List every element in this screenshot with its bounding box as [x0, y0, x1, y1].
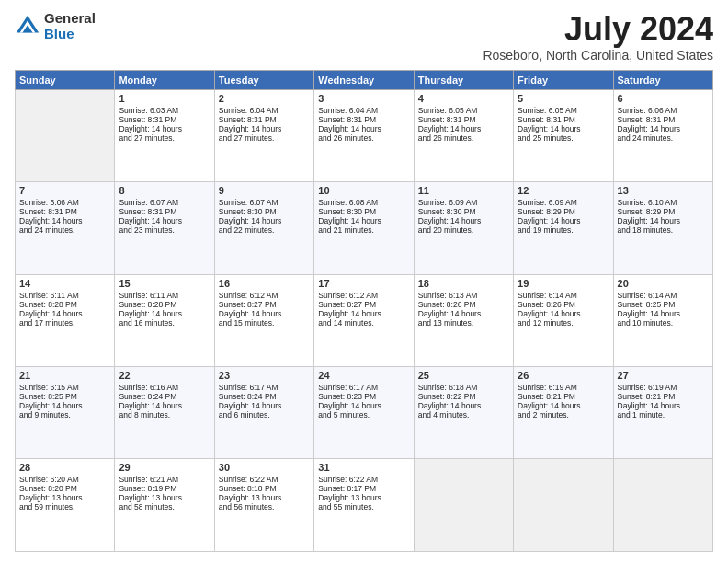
day-info: Sunrise: 6:12 AM	[219, 291, 310, 300]
day-info: and 18 minutes.	[618, 225, 709, 235]
logo: General Blue	[15, 11, 96, 41]
day-info: Sunset: 8:25 PM	[19, 392, 110, 401]
day-info: Sunrise: 6:04 AM	[219, 106, 310, 115]
day-info: and 23 minutes.	[119, 225, 210, 235]
day-info: Sunrise: 6:17 AM	[219, 383, 310, 392]
day-info: Sunset: 8:19 PM	[119, 484, 210, 493]
day-info: Daylight: 14 hours	[19, 216, 110, 225]
day-info: Sunrise: 6:06 AM	[618, 106, 709, 115]
day-number: 11	[418, 185, 509, 196]
day-info: Sunset: 8:21 PM	[518, 392, 609, 401]
day-info: Sunset: 8:22 PM	[418, 392, 509, 401]
day-info: and 15 minutes.	[219, 318, 310, 327]
day-info: Sunset: 8:28 PM	[119, 300, 210, 309]
day-number: 17	[318, 278, 409, 289]
day-info: Daylight: 14 hours	[518, 309, 609, 318]
day-info: and 27 minutes.	[119, 133, 210, 143]
day-info: and 55 minutes.	[318, 502, 409, 511]
day-info: Sunset: 8:31 PM	[119, 207, 210, 216]
day-number: 9	[219, 185, 310, 196]
day-cell	[613, 459, 712, 552]
day-cell: 11Sunrise: 6:09 AMSunset: 8:30 PMDayligh…	[414, 182, 513, 274]
col-header-saturday: Saturday	[613, 70, 712, 89]
day-info: Sunset: 8:31 PM	[19, 207, 110, 216]
day-cell: 2Sunrise: 6:04 AMSunset: 8:31 PMDaylight…	[214, 89, 313, 181]
day-cell	[414, 459, 513, 552]
day-info: Daylight: 14 hours	[518, 216, 609, 225]
title-block: July 2024 Roseboro, North Carolina, Unit…	[483, 11, 713, 63]
day-cell: 29Sunrise: 6:21 AMSunset: 8:19 PMDayligh…	[115, 459, 214, 552]
day-info: Daylight: 14 hours	[119, 124, 210, 133]
day-info: Daylight: 14 hours	[418, 401, 509, 410]
day-info: Sunrise: 6:12 AM	[318, 291, 409, 300]
day-number: 24	[318, 370, 409, 381]
day-cell: 24Sunrise: 6:17 AMSunset: 8:23 PMDayligh…	[314, 367, 414, 459]
day-info: Sunset: 8:28 PM	[19, 300, 110, 309]
day-number: 25	[418, 370, 509, 381]
day-info: Daylight: 14 hours	[618, 124, 709, 133]
day-cell: 15Sunrise: 6:11 AMSunset: 8:28 PMDayligh…	[115, 274, 214, 366]
day-info: Sunrise: 6:19 AM	[618, 383, 709, 392]
day-number: 16	[219, 278, 310, 289]
day-info: Daylight: 14 hours	[418, 309, 509, 318]
week-row-2: 7Sunrise: 6:06 AMSunset: 8:31 PMDaylight…	[16, 182, 713, 274]
day-number: 15	[119, 278, 210, 289]
day-info: Daylight: 14 hours	[318, 309, 409, 318]
day-info: Sunset: 8:31 PM	[318, 115, 409, 124]
day-cell: 13Sunrise: 6:10 AMSunset: 8:29 PMDayligh…	[613, 182, 712, 274]
day-info: and 12 minutes.	[518, 318, 609, 327]
week-row-5: 28Sunrise: 6:20 AMSunset: 8:20 PMDayligh…	[16, 459, 713, 552]
day-cell: 8Sunrise: 6:07 AMSunset: 8:31 PMDaylight…	[115, 182, 214, 274]
day-info: and 8 minutes.	[119, 410, 210, 419]
day-info: Daylight: 13 hours	[119, 493, 210, 502]
week-row-3: 14Sunrise: 6:11 AMSunset: 8:28 PMDayligh…	[16, 274, 713, 366]
day-cell: 4Sunrise: 6:05 AMSunset: 8:31 PMDaylight…	[414, 89, 513, 181]
day-info: Sunset: 8:25 PM	[618, 300, 709, 309]
logo-blue: Blue	[44, 27, 96, 42]
day-info: Daylight: 13 hours	[219, 493, 310, 502]
day-info: Sunrise: 6:16 AM	[119, 383, 210, 392]
day-info: Sunset: 8:29 PM	[518, 207, 609, 216]
calendar-table: SundayMondayTuesdayWednesdayThursdayFrid…	[15, 70, 713, 552]
day-cell: 9Sunrise: 6:07 AMSunset: 8:30 PMDaylight…	[214, 182, 313, 274]
day-cell: 3Sunrise: 6:04 AMSunset: 8:31 PMDaylight…	[314, 89, 414, 181]
day-info: Daylight: 14 hours	[518, 124, 609, 133]
day-info: Sunrise: 6:13 AM	[418, 291, 509, 300]
col-header-sunday: Sunday	[16, 70, 115, 89]
day-info: Sunset: 8:26 PM	[518, 300, 609, 309]
day-info: and 9 minutes.	[19, 410, 110, 419]
day-info: Daylight: 14 hours	[119, 216, 210, 225]
col-header-friday: Friday	[514, 70, 613, 89]
day-info: Sunrise: 6:05 AM	[418, 106, 509, 115]
day-info: and 21 minutes.	[318, 225, 409, 235]
day-cell: 23Sunrise: 6:17 AMSunset: 8:24 PMDayligh…	[214, 367, 313, 459]
day-cell: 19Sunrise: 6:14 AMSunset: 8:26 PMDayligh…	[514, 274, 613, 366]
day-number: 12	[518, 185, 609, 196]
day-number: 2	[219, 93, 310, 104]
day-info: Sunrise: 6:17 AM	[318, 383, 409, 392]
day-info: and 20 minutes.	[418, 225, 509, 235]
day-info: and 22 minutes.	[219, 225, 310, 235]
day-info: Sunrise: 6:18 AM	[418, 383, 509, 392]
day-info: Daylight: 14 hours	[318, 401, 409, 410]
day-info: Sunset: 8:31 PM	[119, 115, 210, 124]
col-header-tuesday: Tuesday	[214, 70, 313, 89]
day-cell: 30Sunrise: 6:22 AMSunset: 8:18 PMDayligh…	[214, 459, 313, 552]
day-info: Sunset: 8:31 PM	[418, 115, 509, 124]
day-info: Sunset: 8:17 PM	[318, 484, 409, 493]
page: General Blue July 2024 Roseboro, North C…	[0, 0, 728, 563]
day-number: 29	[119, 462, 210, 473]
day-cell: 12Sunrise: 6:09 AMSunset: 8:29 PMDayligh…	[514, 182, 613, 274]
day-info: Sunrise: 6:14 AM	[618, 291, 709, 300]
day-info: Daylight: 14 hours	[618, 216, 709, 225]
day-info: Daylight: 14 hours	[119, 309, 210, 318]
day-info: Daylight: 14 hours	[219, 124, 310, 133]
day-cell: 25Sunrise: 6:18 AMSunset: 8:22 PMDayligh…	[414, 367, 513, 459]
day-cell: 16Sunrise: 6:12 AMSunset: 8:27 PMDayligh…	[214, 274, 313, 366]
day-info: Daylight: 14 hours	[219, 309, 310, 318]
logo-general: General	[44, 11, 96, 27]
day-info: Sunrise: 6:22 AM	[219, 475, 310, 484]
day-number: 8	[119, 185, 210, 196]
day-number: 10	[318, 185, 409, 196]
day-info: Sunrise: 6:10 AM	[618, 198, 709, 207]
